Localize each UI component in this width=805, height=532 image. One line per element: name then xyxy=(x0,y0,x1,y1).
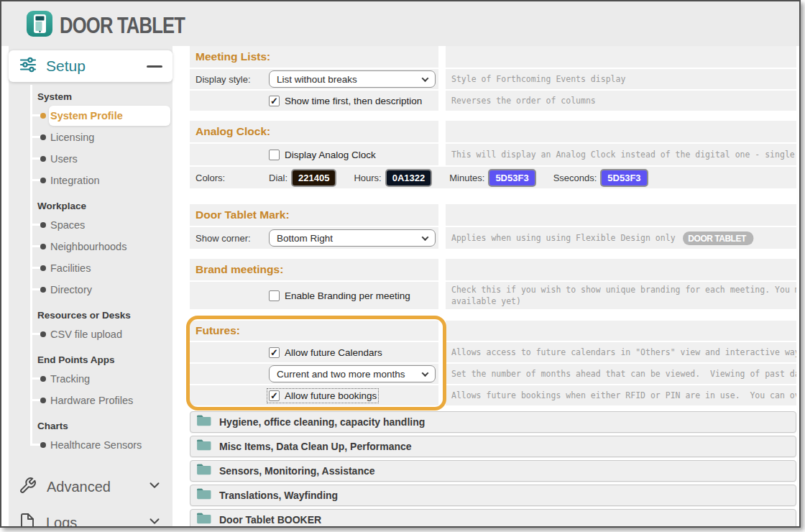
enable-branding-label: Enable Branding per meeting xyxy=(285,290,410,301)
folder-icon xyxy=(196,414,212,430)
display-style-description: Style of Forthcoming Events display xyxy=(446,69,796,89)
accordion-translations[interactable]: Translations, Wayfinding xyxy=(190,485,796,506)
clock-colors-row: Colors: Dial: 221405 Hours: 0A1322 Minut… xyxy=(190,167,796,188)
sidebar: Setup System System Profile Licensing Us… xyxy=(9,46,172,526)
future-months-description: Set the number of months ahead that can … xyxy=(446,364,796,384)
bullet-icon xyxy=(40,244,46,249)
chevron-down-icon xyxy=(422,75,429,82)
show-time-first-checkbox-row: ✓ Show time first, then description xyxy=(269,96,422,106)
bullet-icon xyxy=(40,442,46,448)
door-tablet-badge: DOOR TABLET xyxy=(683,231,754,245)
accordion-misc-items[interactable]: Misc Items, Data Clean Up, Performance xyxy=(190,436,796,457)
sidebar-item-csv-upload[interactable]: CSV file upload xyxy=(9,324,172,345)
meeting-lists-title: Meeting Lists: xyxy=(190,46,438,68)
setup-label: Setup xyxy=(46,58,147,75)
bullet-icon xyxy=(40,265,46,271)
section-door-tablet-mark: Door Tablet Mark: Show corner: Bottom Ri… xyxy=(190,204,796,249)
accordion-hygiene[interactable]: Hygiene, office cleaning, capacity handl… xyxy=(190,411,796,433)
chevron-down-icon xyxy=(147,477,162,496)
bullet-icon xyxy=(40,178,46,183)
app-window: DOOR TABLET Setup System System Profile xyxy=(0,0,801,528)
bullet-icon xyxy=(40,156,46,162)
seconds-label: Sseconds: xyxy=(553,173,597,183)
sidebar-item-users[interactable]: Users xyxy=(9,148,172,170)
sidebar-group-workplace: Workplace xyxy=(9,198,172,214)
accordion-door-tablet-booker[interactable]: Door Tablet BOOKER xyxy=(190,509,796,528)
document-icon xyxy=(19,513,36,528)
allow-future-bookings-checkbox-row: ✓ Allow future bookings xyxy=(269,390,377,401)
accordion-list: Hygiene, office cleaning, capacity handl… xyxy=(190,411,796,528)
display-analog-clock-checkbox-row: Display Analog Clock xyxy=(269,150,376,160)
bullet-icon xyxy=(40,398,46,403)
sidebar-item-licensing[interactable]: Licensing xyxy=(9,127,172,148)
allow-future-bookings-label: Allow future bookings xyxy=(285,390,377,401)
sidebar-group-endpoints: End Points Apps xyxy=(9,352,172,368)
bullet-icon xyxy=(40,134,46,140)
allow-future-calendars-label: Allow future Calendars xyxy=(285,347,382,358)
section-meeting-lists: Meeting Lists: Display style: List witho… xyxy=(190,46,796,111)
advanced-label: Advanced xyxy=(47,479,147,495)
sidebar-section-logs[interactable]: Logs xyxy=(9,505,172,528)
chevron-down-icon xyxy=(147,513,162,528)
bullet-icon xyxy=(40,113,46,119)
accordion-sensors[interactable]: Sensors, Monitoring, Assistance xyxy=(190,460,796,482)
sidebar-item-neighbourhoods[interactable]: Neighbourhoods xyxy=(9,236,172,257)
door-tablet-logo-icon xyxy=(25,9,54,41)
logs-label: Logs xyxy=(46,515,147,528)
section-brand-meetings: Brand meetings: Enable Branding per meet… xyxy=(190,259,796,309)
sidebar-item-facilities[interactable]: Facilities xyxy=(9,257,172,279)
hours-color-swatch[interactable]: 0A1322 xyxy=(385,169,433,187)
futures-title: Futures: xyxy=(190,321,438,341)
display-analog-clock-description: This will display an Analog Clock instea… xyxy=(446,144,796,165)
seconds-color-swatch[interactable]: 5D53F3 xyxy=(600,169,648,187)
allow-future-bookings-description: Allows future bookings when either RFID … xyxy=(446,385,796,405)
sidebar-item-healthcare-sensors[interactable]: Healthcare Sensors xyxy=(9,434,172,456)
chevron-down-icon xyxy=(422,234,429,241)
show-time-first-description: Reverses the order of columns xyxy=(446,91,796,111)
sidebar-group-resources: Resources or Desks xyxy=(9,308,172,324)
sidebar-item-directory[interactable]: Directory xyxy=(9,279,172,301)
bullet-icon xyxy=(40,376,46,382)
door-tablet-logo: DOOR TABLET xyxy=(25,9,216,41)
colors-label: Colors: xyxy=(190,173,269,183)
sidebar-item-hardware-profiles[interactable]: Hardware Profiles xyxy=(9,390,172,411)
dial-color-swatch[interactable]: 221405 xyxy=(291,169,336,187)
logo-wordmark: DOOR TABLET xyxy=(60,12,185,39)
sidebar-item-system-profile[interactable]: System Profile xyxy=(9,105,172,127)
sidebar-section-advanced[interactable]: Advanced xyxy=(9,469,172,505)
folder-icon xyxy=(196,512,212,528)
enable-branding-description: Check this if you wish to show unique br… xyxy=(446,282,796,309)
minutes-color-swatch[interactable]: 5D53F3 xyxy=(488,169,535,187)
bullet-icon xyxy=(40,331,46,337)
sidebar-tree: System System Profile Licensing Users In… xyxy=(9,89,172,456)
allow-future-calendars-checkbox[interactable]: ✓ xyxy=(269,347,280,358)
sliders-icon xyxy=(19,55,37,77)
minutes-label: Minutes: xyxy=(449,173,484,183)
enable-branding-checkbox-row: Enable Branding per meeting xyxy=(269,290,410,301)
hours-label: Hours: xyxy=(354,173,381,183)
sidebar-item-tracking[interactable]: Tracking xyxy=(9,368,172,390)
allow-future-bookings-checkbox[interactable]: ✓ xyxy=(269,390,280,401)
sidebar-item-spaces[interactable]: Spaces xyxy=(9,214,172,236)
show-time-first-checkbox[interactable]: ✓ xyxy=(269,96,280,106)
display-analog-clock-label: Display Analog Clock xyxy=(285,150,376,160)
display-style-label: Display style: xyxy=(190,74,269,85)
allow-future-calendars-description: Allows access to future calendars in "Ot… xyxy=(446,342,796,362)
enable-branding-checkbox[interactable] xyxy=(269,290,280,301)
wrench-icon xyxy=(19,477,37,497)
door-tablet-mark-title: Door Tablet Mark: xyxy=(190,204,438,226)
show-corner-select[interactable]: Bottom Right xyxy=(269,229,436,247)
collapse-minus-icon[interactable] xyxy=(147,65,162,68)
section-analog-clock: Analog Clock: Display Analog Clock This … xyxy=(190,121,796,188)
folder-icon xyxy=(196,439,212,454)
bullet-icon xyxy=(40,222,46,228)
sidebar-section-setup[interactable]: Setup xyxy=(9,50,172,82)
future-months-select[interactable]: Current and two more months xyxy=(269,365,436,382)
display-analog-clock-checkbox[interactable] xyxy=(269,150,280,160)
bullet-icon xyxy=(40,287,46,293)
display-style-select[interactable]: List without breaks xyxy=(269,70,436,88)
folder-icon xyxy=(196,487,212,503)
brand-meetings-title: Brand meetings: xyxy=(190,259,438,280)
section-futures: Futures: ✓ Allow future Calendars Allows… xyxy=(190,321,796,405)
sidebar-item-integration[interactable]: Integration xyxy=(9,170,172,191)
